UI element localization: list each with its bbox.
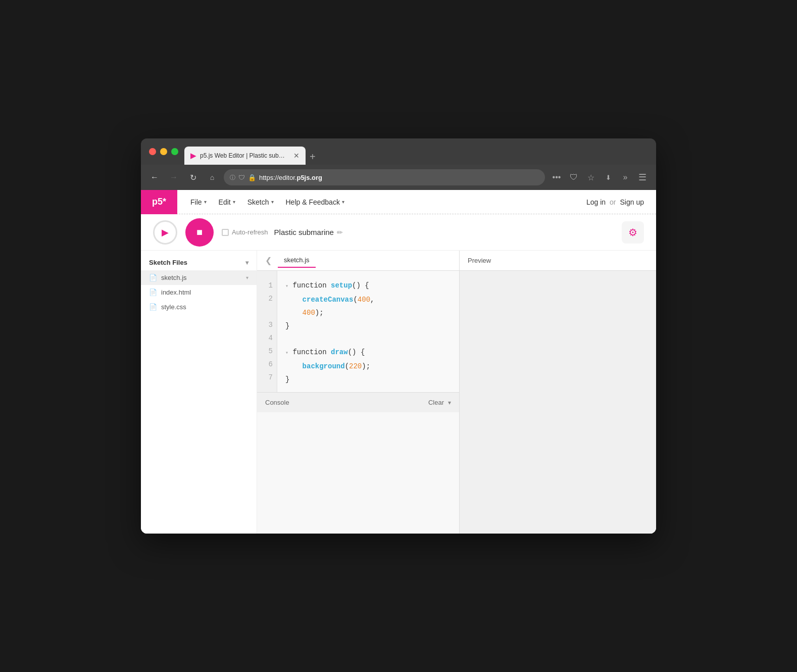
nav-right-buttons: ••• 🛡 ☆ ⬇ » ☰ [549, 170, 650, 185]
tab-title: p5.js Web Editor | Plastic subm… [200, 152, 289, 159]
nav-download-button[interactable]: ⬇ [601, 170, 616, 185]
menu-file[interactable]: File ▾ [185, 196, 212, 208]
code-line-3: } [285, 319, 451, 332]
sidebar-item-style-css[interactable]: 📄 style.css [141, 300, 257, 314]
nav-bar: ← → ↻ ⌂ ⓘ 🛡 🔒 https://editor.p5js.org ••… [141, 165, 656, 190]
stop-icon: ■ [196, 226, 203, 238]
menu-auth: Log in or Sign up [586, 198, 656, 206]
console-chevron-icon[interactable]: ▾ [448, 399, 451, 406]
address-shield-icon: 🛡 [238, 174, 245, 181]
title-bar: ▶ p5.js Web Editor | Plastic subm… ✕ + [141, 138, 656, 165]
nav-extend-button[interactable]: » [618, 170, 633, 185]
auto-refresh-text: Auto-refresh [232, 228, 268, 236]
menu-help[interactable]: Help & Feedback ▾ [281, 196, 350, 208]
sidebar-item-sketch-js[interactable]: 📄 sketch.js ▾ [141, 270, 257, 285]
browser-window: ▶ p5.js Web Editor | Plastic subm… ✕ + ←… [141, 138, 656, 534]
sketch-chevron-icon: ▾ [271, 199, 274, 205]
edit-chevron-icon: ▾ [233, 199, 235, 205]
settings-button[interactable]: ⚙ [622, 221, 644, 244]
console-bar: Console Clear ▾ [257, 392, 459, 412]
console-actions: Clear ▾ [428, 399, 451, 406]
forward-button[interactable]: → [166, 170, 181, 185]
file-icon-sketch-js: 📄 [149, 274, 157, 281]
login-link[interactable]: Log in [586, 198, 606, 206]
back-button[interactable]: ← [147, 170, 162, 185]
file-icon-index-html: 📄 [149, 289, 157, 296]
address-bar[interactable]: ⓘ 🛡 🔒 https://editor.p5js.org [224, 169, 545, 185]
sidebar-item-index-html[interactable]: 📄 index.html [141, 285, 257, 300]
code-area[interactable]: 1 2 3 4 5 6 7 ▾ function setup() { creat… [257, 271, 459, 392]
close-window-button[interactable] [149, 148, 156, 155]
tabs-area: ▶ p5.js Web Editor | Plastic subm… ✕ + [184, 138, 648, 165]
main-layout: Sketch Files ▾ 📄 sketch.js ▾ 📄 index.htm… [141, 251, 656, 534]
editor-back-button[interactable]: ❮ [261, 254, 276, 267]
code-line-6: background(220); [285, 360, 451, 373]
preview-panel: Preview [459, 251, 656, 534]
code-line-5: ▾ function draw() { [285, 346, 451, 360]
address-lock-icon: 🔒 [248, 174, 256, 181]
sidebar: Sketch Files ▾ 📄 sketch.js ▾ 📄 index.htm… [141, 251, 257, 534]
new-tab-button[interactable]: + [310, 151, 316, 165]
address-info-icon: ⓘ [230, 174, 235, 181]
signup-link[interactable]: Sign up [620, 198, 644, 206]
sketch-name-text: Plastic submarine [274, 228, 334, 236]
console-body [257, 412, 459, 534]
sidebar-chevron-icon[interactable]: ▾ [245, 259, 248, 266]
traffic-lights [149, 148, 178, 155]
sketch-js-chevron-icon: ▾ [246, 275, 248, 280]
sidebar-header: Sketch Files ▾ [141, 255, 257, 270]
auto-refresh-label[interactable]: Auto-refresh [222, 228, 268, 236]
app-content: p5* File ▾ Edit ▾ Sketch ▾ Help & Feedba… [141, 190, 656, 534]
preview-header: Preview [460, 251, 656, 271]
code-editor[interactable]: ▾ function setup() { createCanvas(400, 4… [277, 271, 459, 392]
tab-favicon-icon: ▶ [190, 152, 196, 160]
refresh-button[interactable]: ↻ [185, 170, 201, 185]
play-icon: ▶ [162, 227, 169, 238]
auto-refresh-checkbox[interactable] [222, 229, 229, 236]
stop-button[interactable]: ■ [185, 218, 214, 247]
sketch-name: Plastic submarine ✏ [274, 228, 343, 236]
tab-close-button[interactable]: ✕ [293, 152, 300, 159]
auth-separator: or [610, 198, 616, 206]
file-chevron-icon: ▾ [204, 199, 207, 205]
code-line-4 [285, 332, 451, 346]
nav-star-button[interactable]: ☆ [583, 170, 599, 185]
line-numbers: 1 2 3 4 5 6 7 [257, 271, 277, 392]
minimize-window-button[interactable] [160, 148, 167, 155]
help-chevron-icon: ▾ [342, 199, 344, 205]
maximize-window-button[interactable] [171, 148, 178, 155]
nav-bookmark-button[interactable]: 🛡 [566, 170, 581, 185]
preview-body [460, 271, 656, 534]
toolbar: ▶ ■ Auto-refresh Plastic submarine ✏ ⚙ [141, 214, 656, 251]
preview-title: Preview [468, 257, 491, 264]
menu-items: File ▾ Edit ▾ Sketch ▾ Help & Feedback ▾ [177, 196, 586, 208]
menu-bar: p5* File ▾ Edit ▾ Sketch ▾ Help & Feedba… [141, 190, 656, 214]
code-line-1: ▾ function setup() { [285, 279, 451, 293]
code-line-2b: 400); [285, 306, 451, 319]
settings-icon: ⚙ [628, 226, 637, 238]
nav-menu-button[interactable]: ☰ [635, 170, 650, 185]
console-label: Console [265, 399, 289, 406]
file-icon-style-css: 📄 [149, 303, 157, 311]
editor-tabs: ❮ sketch.js [257, 251, 459, 271]
menu-sketch[interactable]: Sketch ▾ [242, 196, 279, 208]
address-url: https://editor.p5js.org [259, 174, 322, 181]
active-tab[interactable]: ▶ p5.js Web Editor | Plastic subm… ✕ [184, 147, 306, 165]
toolbar-center: Auto-refresh Plastic submarine ✏ [222, 228, 614, 236]
code-line-7: } [285, 373, 451, 386]
nav-dots-button[interactable]: ••• [549, 170, 564, 185]
play-button[interactable]: ▶ [153, 220, 177, 245]
code-line-2: createCanvas(400, [285, 293, 451, 306]
home-button[interactable]: ⌂ [205, 170, 220, 185]
menu-edit[interactable]: Edit ▾ [214, 196, 240, 208]
sketch-js-label: sketch.js [161, 274, 187, 281]
edit-sketch-name-icon[interactable]: ✏ [337, 228, 343, 236]
p5-logo[interactable]: p5* [141, 190, 177, 214]
style-css-label: style.css [161, 303, 186, 311]
clear-console-button[interactable]: Clear [428, 399, 444, 406]
sketch-files-title: Sketch Files [149, 259, 187, 266]
index-html-label: index.html [161, 289, 191, 296]
editor-area: ❮ sketch.js 1 2 3 4 5 6 7 ▾ f [257, 251, 459, 534]
editor-tab-sketch-js[interactable]: sketch.js [278, 253, 316, 268]
